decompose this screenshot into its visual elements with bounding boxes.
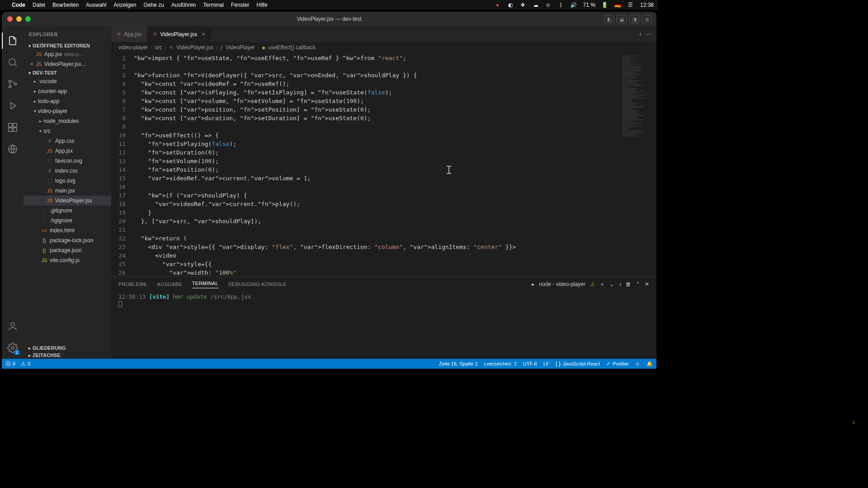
file-item[interactable]: JSmain.jsx [24, 186, 111, 196]
layout-left-icon[interactable]: ◧ [604, 15, 614, 23]
warning-icon[interactable]: ⚠ [590, 281, 595, 287]
open-editors-header[interactable]: ▾GEÖFFNETE EDITOREN [24, 42, 111, 49]
status-cursor-pos[interactable]: Zeile 16, Spalte 1 [439, 361, 478, 366]
file-item[interactable]: {}package.json [24, 245, 111, 255]
outline-header[interactable]: ▸GLIEDERUNG [24, 344, 111, 352]
breadcrumb-item[interactable]: VideoPlayer [226, 44, 255, 51]
folder-item[interactable]: ▸node_modules [24, 116, 111, 126]
open-editor-videoplayer[interactable]: × JS VideoPlayer.jsx... [24, 59, 111, 69]
record-icon[interactable]: ● [495, 2, 501, 8]
layout-right-icon[interactable]: ◨ [629, 15, 639, 23]
status-errors[interactable]: ⓧ0 [5, 360, 15, 368]
folder-item[interactable]: ▸.vscode [24, 76, 111, 86]
file-item[interactable]: ⬚favicon.svg [24, 156, 111, 166]
activity-settings[interactable]: 1 [2, 337, 24, 359]
menu-anzeigen[interactable]: Anzeigen [113, 2, 136, 8]
tab-more-icon[interactable]: ⋯ [646, 31, 652, 38]
control-center-icon[interactable]: ☰ [627, 2, 634, 8]
menu-ausfuehren[interactable]: Ausführen [171, 2, 196, 8]
file-item[interactable]: {}package-lock.json [24, 235, 111, 245]
menu-fenster[interactable]: Fenster [231, 2, 250, 8]
status-indent[interactable]: Leerzeichen: 2 [484, 361, 517, 366]
panel-tab-ausgabe[interactable]: AUSGABE [157, 282, 182, 287]
file-item[interactable]: JSVideoPlayer.jsx [24, 196, 111, 206]
activity-extensions[interactable] [2, 117, 24, 138]
status-encoding[interactable]: UTF-8 [523, 361, 537, 366]
close-window-button[interactable] [7, 16, 13, 22]
kill-terminal-icon[interactable]: 🗑 [626, 281, 631, 287]
menu-datei[interactable]: Datei [33, 2, 45, 8]
status-language[interactable]: { }JavaScript React [556, 361, 600, 367]
panel-tab-terminal[interactable]: TERMINAL [192, 281, 218, 288]
tray-icon-1[interactable]: ◐ [507, 2, 514, 8]
maximize-window-button[interactable] [25, 16, 31, 22]
tray-icon-3[interactable]: ☁ [533, 2, 539, 8]
volume-icon[interactable]: 🔊 [571, 2, 577, 8]
folder-item[interactable]: ▾src [24, 126, 111, 136]
panel-close-icon[interactable]: ✕ [645, 281, 649, 287]
project-header[interactable]: ▾DEV-TEST [24, 69, 111, 76]
tray-icon-4[interactable]: ⎋ [545, 2, 552, 8]
activity-search[interactable] [2, 52, 24, 73]
terminal-process-icon[interactable]: ▸ [532, 281, 534, 287]
panel-tab-debug[interactable]: DEBUGGING-KONSOLE [228, 282, 287, 287]
file-item[interactable]: #index.css [24, 166, 111, 176]
file-item[interactable]: ⬚logo.svg [24, 176, 111, 186]
layout-bottom-icon[interactable]: ⬓ [617, 15, 627, 23]
tab-videoplayer[interactable]: ⚛ VideoPlayer.jsx × [147, 26, 211, 42]
menubar-time[interactable]: 12:38 [640, 2, 654, 8]
activity-source-control[interactable] [2, 73, 24, 95]
menu-hilfe[interactable]: Hilfe [257, 2, 268, 8]
status-warnings[interactable]: ⚠0 [21, 361, 30, 367]
file-item[interactable]: JSvite.config.js [24, 255, 111, 265]
file-item[interactable]: ◦.hgignore [24, 216, 111, 225]
status-prettier[interactable]: ✓Prettier [606, 361, 628, 367]
sidebar-more-icon[interactable]: ⋯ [101, 31, 106, 37]
menu-gehezu[interactable]: Gehe zu [143, 2, 164, 8]
bluetooth-icon[interactable]: ᛒ [558, 2, 564, 8]
menu-terminal[interactable]: Terminal [203, 2, 224, 8]
status-feedback-icon[interactable]: ☺ [635, 361, 640, 366]
split-editor-icon[interactable]: ⫞ [638, 31, 642, 38]
status-eol[interactable]: LF [543, 361, 549, 366]
code-content[interactable]: "kw">import { "fn">useState, "fn">useEff… [134, 53, 620, 277]
breadcrumb[interactable]: video-player› src› ⚛ VideoPlayer.jsx› ƒ … [111, 42, 656, 53]
timeline-header[interactable]: ▸ZEITACHSE [24, 352, 111, 359]
breadcrumb-item[interactable]: VideoPlayer.jsx [176, 44, 213, 51]
menu-bearbeiten[interactable]: Bearbeiten [52, 2, 79, 8]
menu-auswahl[interactable]: Auswahl [86, 2, 106, 8]
file-item[interactable]: #App.css [24, 136, 111, 146]
file-item[interactable]: ◦.gitignore [24, 206, 111, 216]
battery-text[interactable]: 71 % [583, 2, 595, 8]
new-terminal-icon[interactable]: ＋ [599, 281, 605, 288]
terminal-output[interactable]: 12:38:13 [vite] hmr update /src/App.jsx … [111, 291, 656, 359]
code-editor[interactable]: 1234567891011121314151617181920212223242… [111, 53, 656, 277]
menubar-app[interactable]: Code [12, 2, 25, 8]
close-tab-icon[interactable]: × [202, 31, 205, 38]
breadcrumb-item[interactable]: video-player [118, 44, 148, 51]
layout-grid-icon[interactable]: ⊞ [642, 15, 652, 23]
terminal-label[interactable]: node - video-player [539, 281, 585, 287]
tab-app[interactable]: ⚛ App.jsx [111, 26, 147, 42]
folder-item[interactable]: ▾video-player [24, 106, 111, 116]
close-editor-icon[interactable]: × [28, 61, 35, 67]
activity-explorer[interactable] [2, 30, 24, 52]
activity-remote[interactable] [2, 138, 24, 160]
folder-item[interactable]: ▸counter-app [24, 86, 111, 96]
activity-account[interactable] [2, 315, 24, 337]
battery-icon[interactable]: 🔋 [602, 2, 608, 8]
minimap[interactable] [620, 53, 656, 277]
folder-item[interactable]: ▸todo-app [24, 96, 111, 106]
breadcrumb-item[interactable]: useEffect() callback [268, 44, 316, 51]
panel-maximize-icon[interactable]: ⌃ [636, 281, 640, 287]
open-editor-app[interactable]: JS App.jsx video-p... [24, 49, 111, 59]
flag-icon[interactable]: 🇩🇪 [614, 2, 621, 8]
minimize-window-button[interactable] [16, 16, 22, 22]
status-bell-icon[interactable]: 🔔 [646, 361, 653, 367]
panel-tab-probleme[interactable]: PROBLEME [118, 282, 147, 287]
file-item[interactable]: JSApp.jsx [24, 146, 111, 156]
tray-icon-2[interactable]: ❖ [520, 2, 526, 8]
split-terminal-icon[interactable]: ⫞ [618, 281, 621, 287]
file-item[interactable]: <>index.html [24, 225, 111, 235]
terminal-dropdown-icon[interactable]: ⌄ [609, 281, 614, 287]
